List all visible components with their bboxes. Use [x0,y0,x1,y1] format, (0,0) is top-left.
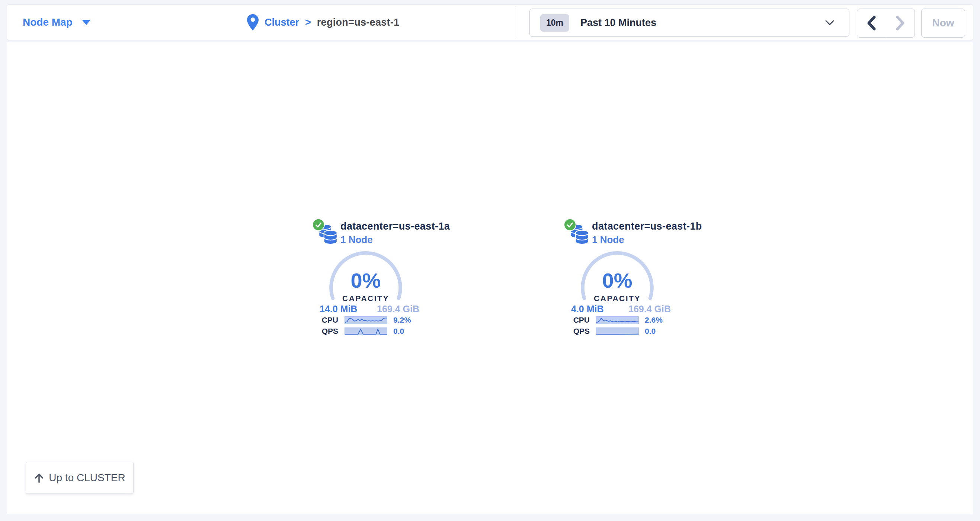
caret-down-icon [82,20,91,25]
arrow-up-icon [34,473,44,483]
cpu-sparkline [345,316,387,324]
datacenter-card-us-east-1a[interactable]: datacenter=us-east-1a 1 Node 0% CAPACITY… [312,217,461,344]
time-range-badge: 10m [540,14,569,32]
chevron-down-icon [825,20,834,27]
capacity-label: CAPACITY [578,294,656,303]
time-range-dropdown[interactable]: 10m Past 10 Minutes [530,8,850,37]
capacity-total: 169.4 GiB [628,304,671,314]
up-to-cluster-label: Up to CLUSTER [49,472,125,484]
header-bar: Node Map Cluster > region=us-east-1 10m … [7,5,973,40]
datacenter-title: datacenter=us-east-1a [340,221,450,232]
capacity-values-row: 4.0 MiB 169.4 GiB [571,304,671,314]
cpu-value: 9.2% [393,315,411,325]
now-button[interactable]: Now [921,8,965,38]
header-divider [515,8,516,37]
breadcrumb-cluster-link[interactable]: Cluster [264,17,299,28]
time-forward-button[interactable] [886,9,915,37]
capacity-label: CAPACITY [327,294,405,303]
node-count-link[interactable]: 1 Node [592,234,624,245]
qps-value: 0.0 [645,327,655,336]
healthy-check-icon [564,218,576,231]
capacity-percentage: 0% [327,268,405,293]
node-map-canvas: datacenter=us-east-1a 1 Node 0% CAPACITY… [7,42,973,514]
time-range-label: Past 10 Minutes [581,17,656,29]
cpu-metric-row: CPU 9.2% [312,316,411,324]
node-map-screen: Node Map Cluster > region=us-east-1 10m … [0,0,980,521]
capacity-percentage: 0% [578,268,656,293]
up-to-cluster-button[interactable]: Up to CLUSTER [25,462,134,494]
view-selector-dropdown[interactable]: Node Map [23,5,91,40]
chevron-right-icon [896,16,905,30]
qps-label: QPS [564,327,590,336]
time-back-button[interactable] [857,9,886,37]
view-selector-label: Node Map [23,16,73,28]
chevron-left-icon [867,16,876,30]
time-nav-group [857,8,915,38]
capacity-used: 4.0 MiB [571,304,604,314]
cpu-metric-row: CPU 2.6% [564,316,663,324]
breadcrumb-separator: > [305,17,311,28]
qps-sparkline [596,328,639,335]
cpu-value: 2.6% [645,315,663,325]
breadcrumb: Cluster > region=us-east-1 [247,5,399,40]
qps-metric-row: QPS 0.0 [312,327,404,335]
cpu-label: CPU [564,315,590,325]
capacity-values-row: 14.0 MiB 169.4 GiB [320,304,419,314]
qps-value: 0.0 [393,327,404,336]
location-pin-icon [247,14,259,30]
capacity-used: 14.0 MiB [320,304,357,314]
qps-label: QPS [312,327,338,336]
breadcrumb-current: region=us-east-1 [317,17,399,28]
qps-sparkline [345,328,387,335]
qps-metric-row: QPS 0.0 [564,327,655,335]
healthy-check-icon [312,218,325,231]
datacenter-card-us-east-1b[interactable]: datacenter=us-east-1b 1 Node 0% CAPACITY… [564,217,713,344]
capacity-total: 169.4 GiB [377,304,419,314]
cpu-label: CPU [312,315,338,325]
node-count-link[interactable]: 1 Node [340,234,373,245]
datacenter-title: datacenter=us-east-1b [592,221,702,232]
cpu-sparkline [596,316,639,324]
